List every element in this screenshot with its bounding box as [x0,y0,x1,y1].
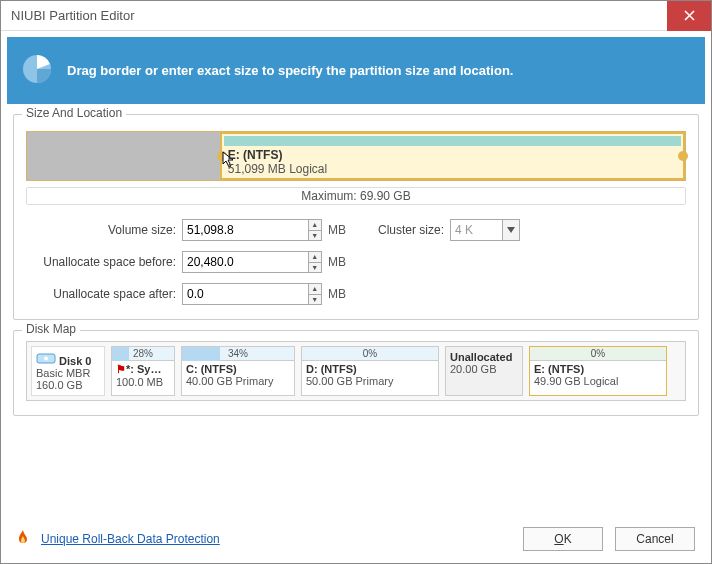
svg-point-2 [44,357,48,361]
partition-C: (NTFS)[interactable]: 34%C: (NTFS)40.00 GB Primary [181,346,295,396]
unit-mb: MB [328,223,358,237]
space-after-label: Unallocate space after: [26,287,176,301]
cluster-size-select[interactable] [450,219,502,241]
window-title: NIUBI Partition Editor [1,8,667,23]
space-before-label: Unallocate space before: [26,255,176,269]
volume-size-label: Volume size: [26,223,176,237]
partition-Unallocated[interactable]: Unallocated20.00 GB [445,346,523,396]
slider-partition-size: 51,099 MB Logical [228,162,327,176]
space-before-stepper[interactable]: ▲▼ [308,251,322,273]
banner-text: Drag border or enter exact size to speci… [67,63,513,78]
cluster-size-label: Cluster size: [364,223,444,237]
partition-*: Sy…[interactable]: 28%⚑*: Sy…100.0 MB [111,346,175,396]
volume-size-input[interactable] [182,219,308,241]
close-button[interactable] [667,1,711,31]
volume-size-stepper[interactable]: ▲▼ [308,219,322,241]
disk-icon [36,351,56,365]
partition-D: (NTFS)[interactable]: 0%D: (NTFS)50.00 GB Primary [301,346,439,396]
space-after-input[interactable] [182,283,308,305]
space-before-input[interactable] [182,251,308,273]
disk-0[interactable]: Disk 0 Basic MBR 160.0 GB [31,346,105,396]
partition-slider[interactable]: E: (NTFS) 51,099 MB Logical [26,131,686,181]
partition-E: (NTFS)[interactable]: 0%E: (NTFS)49.90 GB Logical [529,346,667,396]
size-location-label: Size And Location [22,106,126,120]
disk-map: Disk 0 Basic MBR 160.0 GB 28%⚑*: Sy…100.… [26,341,686,401]
disk-map-label: Disk Map [22,322,80,336]
ok-button[interactable]: OK [523,527,603,551]
space-after-stepper[interactable]: ▲▼ [308,283,322,305]
cluster-dropdown-button[interactable] [502,219,520,241]
slider-partition-name: E: (NTFS) [228,148,283,162]
maximum-size: Maximum: 69.90 GB [26,187,686,205]
pie-icon [21,53,53,88]
flame-icon [17,530,29,549]
rollback-link[interactable]: Unique Roll-Back Data Protection [41,532,220,546]
cancel-button[interactable]: Cancel [615,527,695,551]
